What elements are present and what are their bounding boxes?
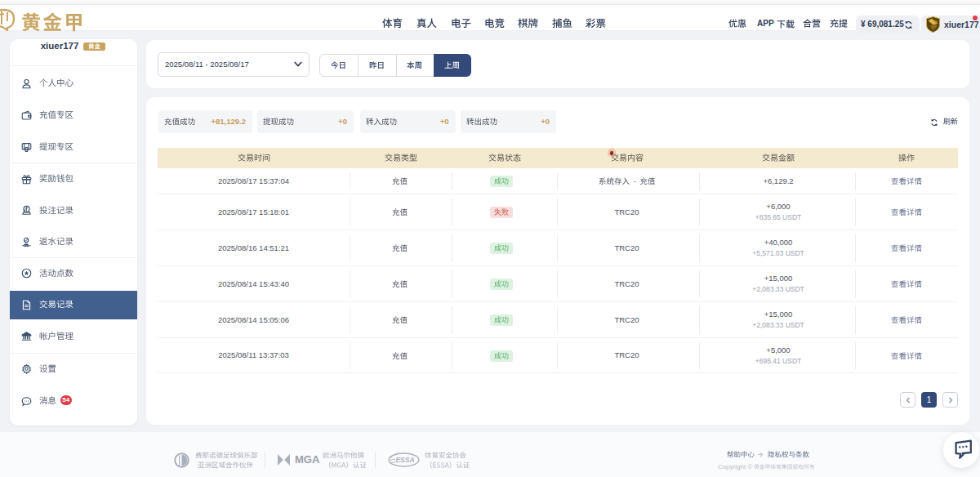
svg-text:ESSA: ESSA [395,456,414,464]
